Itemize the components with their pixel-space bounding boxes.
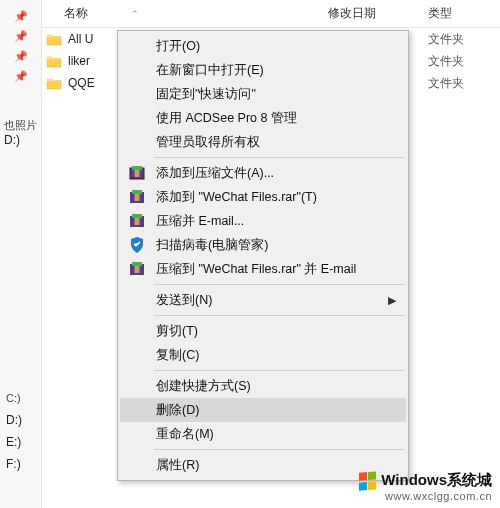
svg-rect-8 xyxy=(132,214,142,218)
file-type: 文件夹 xyxy=(428,75,500,92)
svg-rect-9 xyxy=(135,218,140,225)
menu-admin-ownership[interactable]: 管理员取得所有权 xyxy=(120,130,406,154)
winrar-icon xyxy=(128,188,146,206)
quick-access-panel: 📌 📌 📌 📌 也照片 D:) C:) D:) E:) F:) xyxy=(0,0,42,508)
menu-separator xyxy=(154,284,404,285)
winrar-icon xyxy=(128,260,146,278)
menu-separator xyxy=(154,315,404,316)
drive-f[interactable]: F:) xyxy=(6,453,41,475)
svg-rect-12 xyxy=(135,266,140,273)
menu-open-new-window[interactable]: 在新窗口中打开(E) xyxy=(120,58,406,82)
shield-icon xyxy=(128,236,146,254)
watermark: Windows系统城 www.wxclgg.com.cn xyxy=(359,471,492,502)
svg-rect-3 xyxy=(135,170,140,177)
sort-indicator-icon: ⌃ xyxy=(131,9,139,19)
menu-delete[interactable]: 删除(D) xyxy=(120,398,406,422)
folder-icon xyxy=(46,76,62,90)
folder-icon xyxy=(46,32,62,46)
menu-cut[interactable]: 剪切(T) xyxy=(120,319,406,343)
column-header[interactable]: 名称 ⌃ 修改日期 类型 xyxy=(42,0,500,28)
menu-add-to-wechat-rar[interactable]: 添加到 "WeChat Files.rar"(T) xyxy=(120,185,406,209)
menu-scan-virus[interactable]: 扫描病毒(电脑管家) xyxy=(120,233,406,257)
col-date-label[interactable]: 修改日期 xyxy=(328,5,428,22)
file-type: 文件夹 xyxy=(428,53,500,70)
menu-compress-wechat-email[interactable]: 压缩到 "WeChat Files.rar" 并 E-mail xyxy=(120,257,406,281)
pin-icon: 📌 xyxy=(0,46,41,66)
menu-rename[interactable]: 重命名(M) xyxy=(120,422,406,446)
menu-send-to[interactable]: 发送到(N)▶ xyxy=(120,288,406,312)
watermark-url: www.wxclgg.com.cn xyxy=(359,490,492,502)
menu-open[interactable]: 打开(O) xyxy=(120,34,406,58)
menu-separator xyxy=(154,370,404,371)
drive-c[interactable]: C:) xyxy=(6,387,41,409)
drive-e[interactable]: E:) xyxy=(6,431,41,453)
col-name-label[interactable]: 名称 xyxy=(64,6,88,20)
windows-logo-icon xyxy=(359,471,377,490)
svg-rect-2 xyxy=(132,166,142,170)
pin-icon: 📌 xyxy=(0,66,41,86)
quick-drive-d[interactable]: D:) xyxy=(0,133,41,147)
menu-create-shortcut[interactable]: 创建快捷方式(S) xyxy=(120,374,406,398)
menu-add-archive[interactable]: 添加到压缩文件(A)... xyxy=(120,161,406,185)
svg-rect-11 xyxy=(132,262,142,266)
menu-separator xyxy=(154,449,404,450)
winrar-icon xyxy=(128,164,146,182)
quick-photos-label[interactable]: 也照片 xyxy=(0,118,41,133)
menu-compress-email[interactable]: 压缩并 E-mail... xyxy=(120,209,406,233)
submenu-arrow-icon: ▶ xyxy=(388,294,396,307)
menu-acdsee-manage[interactable]: 使用 ACDSee Pro 8 管理 xyxy=(120,106,406,130)
context-menu: 打开(O) 在新窗口中打开(E) 固定到"快速访问" 使用 ACDSee Pro… xyxy=(117,30,409,481)
winrar-icon xyxy=(128,212,146,230)
svg-rect-5 xyxy=(132,190,142,194)
drive-d[interactable]: D:) xyxy=(6,409,41,431)
pin-icon: 📌 xyxy=(0,26,41,46)
menu-pin-quick-access[interactable]: 固定到"快速访问" xyxy=(120,82,406,106)
pin-icon: 📌 xyxy=(0,6,41,26)
col-type-label[interactable]: 类型 xyxy=(428,5,500,22)
file-type: 文件夹 xyxy=(428,31,500,48)
watermark-title: Windows系统城 xyxy=(381,471,492,490)
menu-separator xyxy=(154,157,404,158)
svg-rect-6 xyxy=(135,194,140,201)
menu-copy[interactable]: 复制(C) xyxy=(120,343,406,367)
folder-icon xyxy=(46,54,62,68)
